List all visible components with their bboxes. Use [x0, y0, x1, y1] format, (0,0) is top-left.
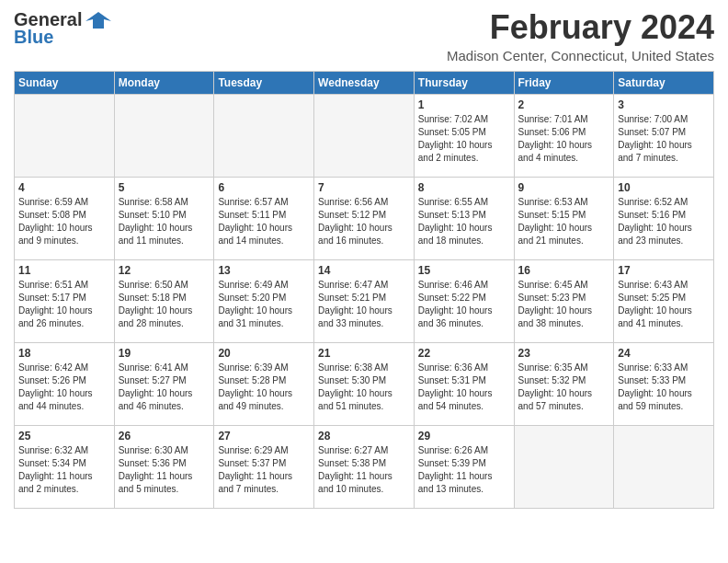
- table-row: 20Sunrise: 6:39 AM Sunset: 5:28 PM Dayli…: [214, 342, 314, 425]
- table-row: 11Sunrise: 6:51 AM Sunset: 5:17 PM Dayli…: [15, 259, 115, 342]
- table-row: 22Sunrise: 6:36 AM Sunset: 5:31 PM Dayli…: [414, 342, 514, 425]
- table-row: 23Sunrise: 6:35 AM Sunset: 5:32 PM Dayli…: [514, 342, 614, 425]
- day-number: 8: [418, 181, 510, 194]
- day-number: 7: [318, 181, 410, 194]
- table-row: 4Sunrise: 6:59 AM Sunset: 5:08 PM Daylig…: [15, 177, 115, 259]
- day-info: Sunrise: 6:49 AM Sunset: 5:20 PM Dayligh…: [218, 279, 310, 330]
- table-row: [114, 94, 214, 177]
- table-row: 10Sunrise: 6:52 AM Sunset: 5:16 PM Dayli…: [614, 177, 714, 259]
- day-info: Sunrise: 7:00 AM Sunset: 5:07 PM Dayligh…: [618, 113, 710, 165]
- day-number: 1: [418, 98, 510, 111]
- day-info: Sunrise: 6:51 AM Sunset: 5:17 PM Dayligh…: [18, 279, 110, 330]
- calendar-table: Sunday Monday Tuesday Wednesday Thursday…: [14, 71, 714, 509]
- logo: General Blue: [14, 9, 111, 48]
- header-friday: Friday: [514, 71, 614, 94]
- day-info: Sunrise: 6:26 AM Sunset: 5:39 PM Dayligh…: [418, 444, 510, 496]
- day-number: 20: [218, 347, 310, 360]
- day-info: Sunrise: 6:56 AM Sunset: 5:12 PM Dayligh…: [318, 196, 410, 247]
- day-info: Sunrise: 6:53 AM Sunset: 5:15 PM Dayligh…: [518, 196, 610, 247]
- table-row: 28Sunrise: 6:27 AM Sunset: 5:38 PM Dayli…: [314, 425, 415, 508]
- table-row: 3Sunrise: 7:00 AM Sunset: 5:07 PM Daylig…: [614, 94, 714, 177]
- table-row: 2Sunrise: 7:01 AM Sunset: 5:06 PM Daylig…: [514, 94, 614, 177]
- table-row: 21Sunrise: 6:38 AM Sunset: 5:30 PM Dayli…: [314, 342, 415, 425]
- calendar-week-row: 11Sunrise: 6:51 AM Sunset: 5:17 PM Dayli…: [15, 259, 714, 342]
- table-row: 16Sunrise: 6:45 AM Sunset: 5:23 PM Dayli…: [514, 259, 614, 342]
- table-row: 8Sunrise: 6:55 AM Sunset: 5:13 PM Daylig…: [414, 177, 514, 259]
- day-info: Sunrise: 6:39 AM Sunset: 5:28 PM Dayligh…: [218, 362, 310, 413]
- table-row: 7Sunrise: 6:56 AM Sunset: 5:12 PM Daylig…: [314, 177, 415, 259]
- day-number: 10: [618, 181, 710, 194]
- table-row: 6Sunrise: 6:57 AM Sunset: 5:11 PM Daylig…: [214, 177, 314, 259]
- day-number: 18: [18, 347, 110, 360]
- day-number: 23: [518, 347, 610, 360]
- calendar-week-row: 18Sunrise: 6:42 AM Sunset: 5:26 PM Dayli…: [15, 342, 714, 425]
- day-number: 4: [18, 181, 110, 194]
- day-info: Sunrise: 6:30 AM Sunset: 5:36 PM Dayligh…: [119, 444, 210, 496]
- day-info: Sunrise: 6:35 AM Sunset: 5:32 PM Dayligh…: [518, 362, 610, 413]
- day-info: Sunrise: 6:32 AM Sunset: 5:34 PM Dayligh…: [18, 444, 110, 496]
- calendar-header-row: Sunday Monday Tuesday Wednesday Thursday…: [15, 71, 714, 94]
- day-number: 5: [119, 181, 210, 194]
- logo-blue-text: Blue: [14, 27, 53, 48]
- day-number: 16: [518, 264, 610, 277]
- day-info: Sunrise: 6:45 AM Sunset: 5:23 PM Dayligh…: [518, 279, 610, 330]
- day-info: Sunrise: 6:27 AM Sunset: 5:38 PM Dayligh…: [318, 444, 410, 496]
- table-row: [614, 425, 714, 508]
- table-row: 12Sunrise: 6:50 AM Sunset: 5:18 PM Dayli…: [114, 259, 214, 342]
- location-title: Madison Center, Connecticut, United Stat…: [447, 48, 714, 63]
- svg-marker-0: [85, 12, 111, 29]
- day-number: 3: [618, 98, 710, 111]
- table-row: [314, 94, 415, 177]
- title-area: February 2024 Madison Center, Connecticu…: [447, 9, 714, 63]
- table-row: 18Sunrise: 6:42 AM Sunset: 5:26 PM Dayli…: [15, 342, 115, 425]
- table-row: 1Sunrise: 7:02 AM Sunset: 5:05 PM Daylig…: [414, 94, 514, 177]
- day-number: 13: [218, 264, 310, 277]
- table-row: [214, 94, 314, 177]
- day-number: 9: [518, 181, 610, 194]
- day-info: Sunrise: 6:59 AM Sunset: 5:08 PM Dayligh…: [18, 196, 110, 247]
- day-info: Sunrise: 6:42 AM Sunset: 5:26 PM Dayligh…: [18, 362, 110, 413]
- day-number: 25: [18, 430, 110, 442]
- day-number: 21: [318, 347, 410, 360]
- day-info: Sunrise: 6:33 AM Sunset: 5:33 PM Dayligh…: [618, 362, 710, 413]
- table-row: 5Sunrise: 6:58 AM Sunset: 5:10 PM Daylig…: [114, 177, 214, 259]
- day-info: Sunrise: 6:47 AM Sunset: 5:21 PM Dayligh…: [318, 279, 410, 330]
- day-info: Sunrise: 6:46 AM Sunset: 5:22 PM Dayligh…: [418, 279, 510, 330]
- day-number: 12: [119, 264, 210, 277]
- day-number: 27: [218, 430, 310, 442]
- table-row: 29Sunrise: 6:26 AM Sunset: 5:39 PM Dayli…: [414, 425, 514, 508]
- day-number: 19: [119, 347, 210, 360]
- table-row: 19Sunrise: 6:41 AM Sunset: 5:27 PM Dayli…: [114, 342, 214, 425]
- day-number: 14: [318, 264, 410, 277]
- table-row: 15Sunrise: 6:46 AM Sunset: 5:22 PM Dayli…: [414, 259, 514, 342]
- table-row: 27Sunrise: 6:29 AM Sunset: 5:37 PM Dayli…: [214, 425, 314, 508]
- header-sunday: Sunday: [15, 71, 115, 94]
- day-info: Sunrise: 6:57 AM Sunset: 5:11 PM Dayligh…: [218, 196, 310, 247]
- table-row: 9Sunrise: 6:53 AM Sunset: 5:15 PM Daylig…: [514, 177, 614, 259]
- calendar-week-row: 25Sunrise: 6:32 AM Sunset: 5:34 PM Dayli…: [15, 425, 714, 508]
- calendar-week-row: 4Sunrise: 6:59 AM Sunset: 5:08 PM Daylig…: [15, 177, 714, 259]
- day-info: Sunrise: 7:01 AM Sunset: 5:06 PM Dayligh…: [518, 113, 610, 165]
- day-info: Sunrise: 6:29 AM Sunset: 5:37 PM Dayligh…: [218, 444, 310, 496]
- table-row: [514, 425, 614, 508]
- day-number: 11: [18, 264, 110, 277]
- day-number: 22: [418, 347, 510, 360]
- table-row: 24Sunrise: 6:33 AM Sunset: 5:33 PM Dayli…: [614, 342, 714, 425]
- table-row: [15, 94, 115, 177]
- header-saturday: Saturday: [614, 71, 714, 94]
- table-row: 13Sunrise: 6:49 AM Sunset: 5:20 PM Dayli…: [214, 259, 314, 342]
- header-wednesday: Wednesday: [314, 71, 415, 94]
- header-thursday: Thursday: [414, 71, 514, 94]
- day-info: Sunrise: 6:55 AM Sunset: 5:13 PM Dayligh…: [418, 196, 510, 247]
- header-tuesday: Tuesday: [214, 71, 314, 94]
- day-info: Sunrise: 6:52 AM Sunset: 5:16 PM Dayligh…: [618, 196, 710, 247]
- day-number: 17: [618, 264, 710, 277]
- table-row: 26Sunrise: 6:30 AM Sunset: 5:36 PM Dayli…: [114, 425, 214, 508]
- table-row: 25Sunrise: 6:32 AM Sunset: 5:34 PM Dayli…: [15, 425, 115, 508]
- day-number: 2: [518, 98, 610, 111]
- logo-bird-icon: [85, 10, 111, 30]
- header-monday: Monday: [114, 71, 214, 94]
- day-info: Sunrise: 6:58 AM Sunset: 5:10 PM Dayligh…: [119, 196, 210, 247]
- month-title: February 2024: [447, 9, 714, 46]
- day-number: 29: [418, 430, 510, 442]
